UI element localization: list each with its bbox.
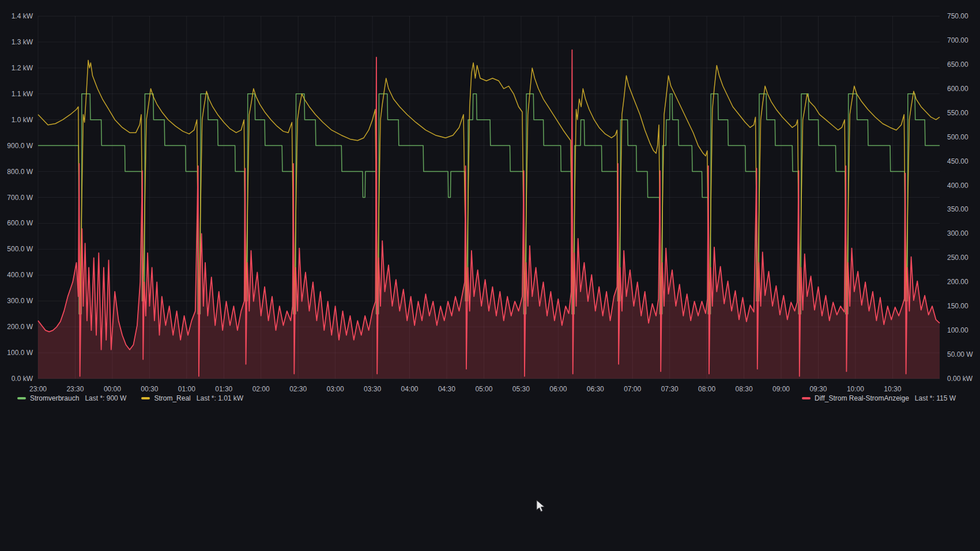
y-axis-right-tick-label: 450.00 [947, 157, 968, 165]
x-axis-tick-label: 07:00 [624, 385, 641, 393]
y-axis-left-tick-label: 700.0 W [7, 194, 33, 202]
y-axis-left-tick-label: 1.4 kW [12, 12, 33, 20]
y-axis-right-tick-label: 550.00 [947, 109, 968, 117]
y-axis-left-tick-label: 900.0 W [7, 142, 33, 150]
x-axis-tick-label: 02:30 [289, 385, 307, 393]
y-axis-right-tick-label: 0.00 kW [947, 375, 973, 383]
y-axis-right-tick-label: 700.00 [947, 36, 968, 44]
legend: Stromverbrauch Last *: 900 W Strom_Real … [0, 394, 980, 403]
series-last-value: Last *: 115 W [915, 394, 956, 402]
series-last-value: Last *: 1.01 kW [197, 394, 243, 402]
y-axis-right-tick-label: 650.00 [947, 61, 968, 69]
x-axis-tick-label: 07:30 [661, 385, 679, 393]
x-axis-tick-label: 10:00 [847, 385, 864, 393]
series-color-swatch-yellow [141, 397, 150, 399]
y-axis-left-tick-label: 0.0 kW [12, 375, 33, 383]
x-axis-tick-label: 04:30 [438, 385, 455, 393]
x-axis-tick-label: 09:00 [772, 385, 790, 393]
x-axis-tick-label: 08:30 [736, 385, 753, 393]
x-axis-tick-label: 00:00 [104, 385, 121, 393]
y-axis-right-tick-label: 400.00 [947, 182, 968, 190]
legend-item-diff-strom[interactable]: Diff_Strom Real-StromAnzeige Last *: 115… [802, 394, 956, 402]
series-name: Strom_Real [154, 394, 190, 402]
y-axis-right-tick-label: 600.00 [947, 85, 968, 93]
x-axis-tick-label: 06:30 [587, 385, 604, 393]
y-axis-right-tick-label: 50.00 W [947, 350, 973, 358]
y-axis-left-tick-label: 1.0 kW [12, 116, 33, 124]
y-axis-left-tick-label: 1.1 kW [12, 90, 33, 98]
grafana-time-series-panel: 1.4 kW1.3 kW1.2 kW1.1 kW1.0 kW900.0 W800… [0, 0, 980, 551]
x-axis-tick-label: 05:00 [475, 385, 492, 393]
x-axis-tick-label: 03:00 [327, 385, 344, 393]
y-axis-left-tick-label: 300.0 W [7, 297, 33, 305]
x-axis-tick-label: 23:30 [66, 385, 84, 393]
y-axis-right-tick-label: 100.00 [947, 326, 968, 334]
y-axis-right-tick-label: 350.00 [947, 205, 968, 213]
y-axis-left-tick-label: 400.0 W [7, 271, 33, 279]
series-last-value: Last *: 900 W [85, 394, 126, 402]
chart-canvas[interactable] [0, 0, 980, 410]
x-axis-tick-label: 02:00 [252, 385, 270, 393]
legend-item-strom-real[interactable]: Strom_Real Last *: 1.01 kW [141, 394, 243, 402]
x-axis-tick-label: 10:30 [884, 385, 901, 393]
series-color-swatch-red [802, 397, 811, 399]
x-axis-tick-label: 06:00 [549, 385, 567, 393]
x-axis-tick-label: 00:30 [141, 385, 158, 393]
y-axis-right-tick-label: 150.00 [947, 302, 968, 310]
series-name: Stromverbrauch [30, 394, 79, 402]
y-axis-right-tick-label: 750.00 [947, 12, 968, 20]
series-name: Diff_Strom Real-StromAnzeige [815, 394, 909, 402]
y-axis-left-tick-label: 1.3 kW [12, 38, 33, 46]
legend-item-stromverbrauch[interactable]: Stromverbrauch Last *: 900 W [17, 394, 126, 402]
series-color-swatch-green [17, 397, 26, 399]
x-axis-tick-label: 01:00 [178, 385, 195, 393]
y-axis-right-tick-label: 500.00 [947, 133, 968, 141]
y-axis-right-tick-label: 200.00 [947, 278, 968, 286]
x-axis-tick-label: 08:00 [698, 385, 715, 393]
y-axis-right-tick-label: 250.00 [947, 254, 968, 262]
y-axis-left-tick-label: 600.0 W [7, 219, 33, 227]
y-axis-left-tick-label: 800.0 W [7, 168, 33, 176]
legend-right-group: Diff_Strom Real-StromAnzeige Last *: 115… [802, 394, 956, 402]
x-axis-tick-label: 01:30 [215, 385, 232, 393]
x-axis-tick-label: 03:30 [364, 385, 381, 393]
y-axis-left-tick-label: 1.2 kW [12, 64, 33, 72]
x-axis-tick-label: 23:00 [29, 385, 47, 393]
x-axis-tick-label: 04:00 [401, 385, 418, 393]
mouse-cursor [536, 500, 546, 514]
x-axis-tick-label: 09:30 [809, 385, 827, 393]
y-axis-right-tick-label: 300.00 [947, 229, 968, 237]
y-axis-left-tick-label: 500.0 W [7, 245, 33, 253]
y-axis-left-tick-label: 100.0 W [7, 349, 33, 357]
y-axis-left-tick-label: 200.0 W [7, 323, 33, 331]
legend-left-group: Stromverbrauch Last *: 900 W Strom_Real … [17, 394, 243, 402]
x-axis-tick-label: 05:30 [512, 385, 530, 393]
